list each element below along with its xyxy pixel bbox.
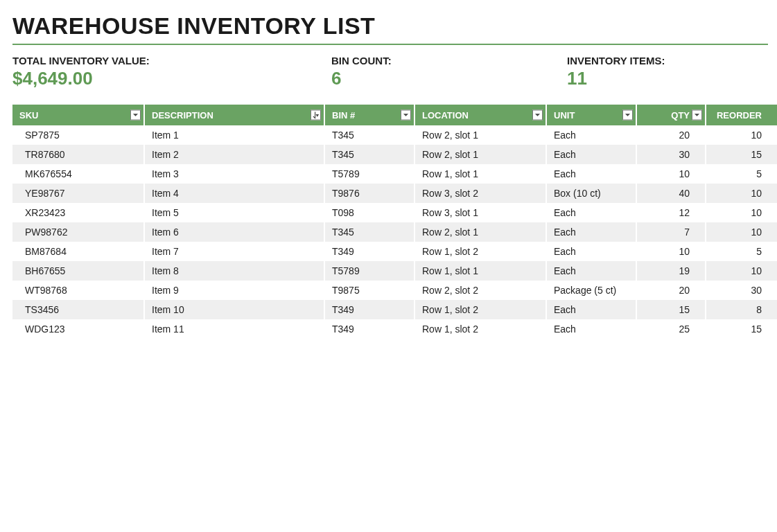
cell-bin: T5789 [324, 261, 414, 281]
page-title: WAREHOUSE INVENTORY LIST [12, 12, 777, 39]
cell-bin: T9876 [324, 184, 414, 203]
cell-qty: 7 [636, 222, 706, 242]
cell-reorder: 10 [706, 125, 777, 145]
cell-location: Row 2, slot 1 [414, 125, 546, 145]
col-header-unit-label: UNIT [554, 110, 575, 121]
cell-sku: PW98762 [12, 222, 144, 242]
cell-qty: 19 [636, 261, 706, 281]
cell-qty: 25 [636, 319, 706, 339]
cell-reorder: 30 [706, 281, 777, 300]
cell-sku: WT98768 [12, 281, 144, 300]
cell-sku: SP7875 [12, 125, 144, 145]
table-header-row: SKU DESCRIPTION BIN # LOCATION [12, 105, 777, 125]
chevron-down-icon [403, 112, 409, 118]
table-row: MK676554Item 3T5789Row 1, slot 1Each105 [12, 164, 777, 184]
cell-sku: MK676554 [12, 164, 144, 184]
cell-sku: YE98767 [12, 184, 144, 203]
table-row: PW98762Item 6T345Row 2, slot 1Each710 [12, 222, 777, 242]
cell-bin: T349 [324, 242, 414, 261]
table-row: SP7875Item 1T345Row 2, slot 1Each2010 [12, 125, 777, 145]
col-header-reorder[interactable]: REORDER [706, 105, 777, 125]
chevron-down-icon [534, 112, 541, 118]
cell-unit: Each [546, 222, 636, 242]
table-row: WT98768Item 9T9875Row 2, slot 2Package (… [12, 281, 777, 300]
cell-qty: 40 [636, 184, 706, 203]
inventory-table: SKU DESCRIPTION BIN # LOCATION [12, 105, 777, 339]
filter-button-sku[interactable] [130, 110, 141, 121]
cell-unit: Each [546, 125, 636, 145]
cell-reorder: 10 [706, 184, 777, 203]
cell-sku: BH67655 [12, 261, 144, 281]
filter-button-qty[interactable] [692, 110, 702, 121]
cell-location: Row 2, slot 2 [414, 281, 546, 300]
col-header-sku-label: SKU [19, 110, 38, 121]
summary-bin-label: BIN COUNT: [331, 55, 567, 66]
summary-bar: TOTAL INVENTORY VALUE: $4,649.00 BIN COU… [12, 55, 768, 89]
cell-unit: Package (5 ct) [546, 281, 636, 300]
cell-qty: 15 [636, 300, 706, 319]
col-header-qty[interactable]: QTY [636, 105, 706, 125]
cell-qty: 10 [636, 164, 706, 184]
cell-bin: T345 [324, 222, 414, 242]
filter-button-bin[interactable] [401, 110, 411, 121]
filter-button-description[interactable] [311, 110, 321, 121]
cell-qty: 30 [636, 145, 706, 164]
cell-unit: Box (10 ct) [546, 184, 636, 203]
cell-description: Item 10 [144, 300, 324, 319]
cell-bin: T349 [324, 319, 414, 339]
col-header-bin[interactable]: BIN # [324, 105, 414, 125]
summary-total-label: TOTAL INVENTORY VALUE: [12, 55, 331, 66]
table-row: BH67655Item 8T5789Row 1, slot 1Each1910 [12, 261, 777, 281]
cell-qty: 10 [636, 242, 706, 261]
cell-description: Item 6 [144, 222, 324, 242]
cell-qty: 12 [636, 203, 706, 222]
cell-bin: T349 [324, 300, 414, 319]
cell-description: Item 9 [144, 281, 324, 300]
cell-reorder: 5 [706, 164, 777, 184]
cell-location: Row 1, slot 2 [414, 242, 546, 261]
filter-button-unit[interactable] [622, 110, 633, 121]
cell-bin: T5789 [324, 164, 414, 184]
col-header-description[interactable]: DESCRIPTION [144, 105, 324, 125]
cell-reorder: 10 [706, 203, 777, 222]
col-header-unit[interactable]: UNIT [546, 105, 636, 125]
cell-reorder: 15 [706, 319, 777, 339]
summary-total: TOTAL INVENTORY VALUE: $4,649.00 [12, 55, 331, 89]
cell-sku: TS3456 [12, 300, 144, 319]
cell-sku: XR23423 [12, 203, 144, 222]
col-header-location-label: LOCATION [422, 110, 469, 121]
col-header-description-label: DESCRIPTION [152, 110, 213, 121]
col-header-sku[interactable]: SKU [12, 105, 144, 125]
cell-reorder: 10 [706, 222, 777, 242]
table-row: YE98767Item 4T9876Row 3, slot 2Box (10 c… [12, 184, 777, 203]
cell-location: Row 1, slot 1 [414, 164, 546, 184]
table-row: BM87684Item 7T349Row 1, slot 2Each105 [12, 242, 777, 261]
cell-location: Row 3, slot 2 [414, 184, 546, 203]
cell-unit: Each [546, 242, 636, 261]
cell-unit: Each [546, 319, 636, 339]
cell-description: Item 2 [144, 145, 324, 164]
cell-unit: Each [546, 145, 636, 164]
chevron-down-icon [694, 112, 700, 118]
cell-description: Item 4 [144, 184, 324, 203]
summary-items-value: 11 [567, 68, 768, 89]
col-header-location[interactable]: LOCATION [414, 105, 546, 125]
cell-unit: Each [546, 203, 636, 222]
cell-location: Row 3, slot 1 [414, 203, 546, 222]
chevron-down-icon [132, 112, 139, 118]
cell-unit: Each [546, 300, 636, 319]
cell-reorder: 10 [706, 261, 777, 281]
cell-description: Item 8 [144, 261, 324, 281]
cell-location: Row 2, slot 1 [414, 145, 546, 164]
filter-button-location[interactable] [532, 110, 543, 121]
cell-unit: Each [546, 164, 636, 184]
cell-location: Row 2, slot 1 [414, 222, 546, 242]
cell-description: Item 11 [144, 319, 324, 339]
cell-unit: Each [546, 261, 636, 281]
table-row: TR87680Item 2T345Row 2, slot 1Each3015 [12, 145, 777, 164]
cell-bin: T9875 [324, 281, 414, 300]
col-header-bin-label: BIN # [332, 110, 355, 121]
cell-location: Row 1, slot 1 [414, 261, 546, 281]
cell-location: Row 1, slot 2 [414, 300, 546, 319]
summary-bin: BIN COUNT: 6 [331, 55, 567, 89]
